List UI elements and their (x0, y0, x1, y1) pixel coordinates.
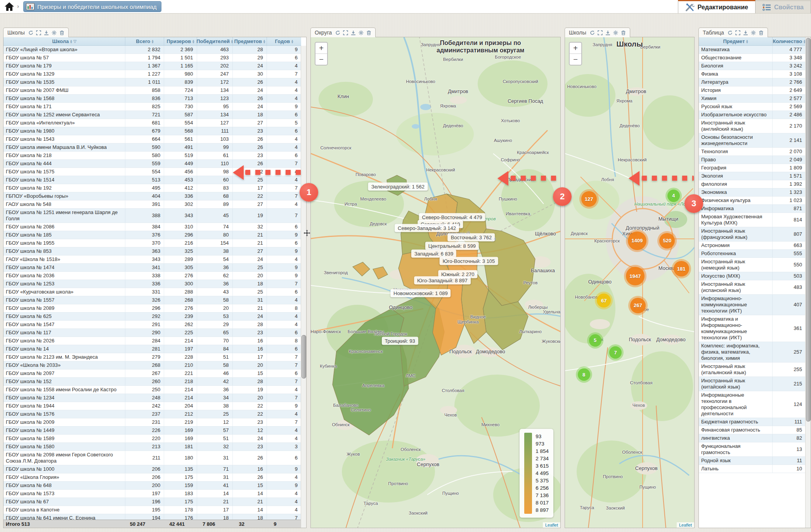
table-row[interactable]: Экология1 571 (699, 172, 806, 180)
download-icon[interactable] (605, 30, 610, 35)
table-row[interactable]: ГБОУ школа № 158922016951244 (3, 435, 301, 443)
table-row[interactable]: Информационные технологии в профессионал… (699, 391, 806, 418)
zoom-in-button[interactable]: + (315, 43, 327, 54)
cluster-marker[interactable]: 181 (672, 259, 691, 278)
refresh-icon[interactable] (590, 30, 595, 35)
table-row[interactable]: ГБОУ школа № 444559449110267 (3, 160, 301, 168)
column-header[interactable]: Количество▴▾ (773, 37, 806, 45)
expand-icon[interactable] (343, 30, 348, 35)
table-row[interactable]: ГБОУ школа № 203633827662209 (3, 272, 301, 280)
sort-icon[interactable]: ▴▾ (192, 40, 194, 43)
table-row[interactable]: ГБОУ школа № 21858051961236 (3, 152, 301, 160)
cluster-marker[interactable]: 267 (628, 296, 648, 315)
column-header[interactable]: Всего▴▾ (125, 37, 164, 45)
table-row[interactable]: Право2 049 (699, 156, 806, 164)
table-row[interactable]: Иностранный язык (английский язык)2 170 (699, 119, 806, 133)
sort-icon[interactable]: ▴▾ (291, 40, 293, 43)
table-row[interactable]: ГБОУ школа № 6719617521214 (3, 498, 301, 506)
table-row[interactable]: ГБОУ школа № 17182573095249 (3, 103, 301, 111)
expand-icon[interactable] (36, 30, 41, 35)
table-row[interactable]: ГБОУ школа № 19249541283177 (3, 184, 301, 192)
refresh-icon[interactable] (728, 30, 733, 35)
table-row[interactable]: ГБОУ школа № 18537629680219 (3, 231, 301, 239)
delete-icon[interactable] (59, 30, 64, 35)
table-row[interactable]: лингвистика82 (699, 434, 806, 442)
table-row[interactable]: ГБОУ школа № 15226021842287 (3, 378, 301, 386)
table-row[interactable]: Иностранный язык (китайский язык)215 (699, 377, 806, 391)
expand-icon[interactable] (735, 30, 740, 35)
table-row[interactable]: Математика4 777 (699, 46, 806, 54)
table-row[interactable]: Экономика1 323 (699, 188, 806, 197)
table-row[interactable]: Робототехника555 (699, 250, 806, 258)
cluster-marker[interactable]: 5 (587, 332, 603, 349)
download-icon[interactable] (44, 30, 49, 35)
table-row[interactable]: ГБОУ школа № 1955370216154216 (3, 239, 301, 247)
table-row[interactable]: Информационно-коммуникационные технологи… (699, 295, 806, 315)
column-header[interactable]: Школа▴▾▽ (3, 37, 125, 45)
leaflet-attribution[interactable]: Leaflet (677, 522, 694, 528)
table-row[interactable]: ГАОУ школа № 54839130289274 (3, 200, 301, 209)
table-row[interactable]: ГБОУ школа № 13291 227980247307 (3, 70, 301, 78)
table-row[interactable]: ГБОУ школа № 157623721225224 (3, 410, 301, 418)
refresh-icon[interactable] (28, 30, 33, 35)
sort-icon[interactable]: ▴▾ (263, 40, 265, 43)
table-row[interactable]: ГБОУ школа № 85336332538279 (3, 247, 301, 256)
table-row[interactable]: ГБОУ школа № 2098 имени Героя Советского… (3, 451, 301, 465)
column-header[interactable]: Победителей▴▾ (197, 37, 233, 45)
subjects-table-scrollbar[interactable] (805, 37, 811, 528)
settings-icon[interactable] (751, 30, 756, 35)
table-row[interactable]: ГБОУ школа № 1252 имени Сервантеса721587… (3, 111, 301, 119)
table-row[interactable]: ГБОУ школа № 208638431074326 (3, 223, 301, 231)
table-row[interactable]: ГБОУ школа № 64820015941159 (3, 482, 301, 490)
table-row[interactable]: ГБОУ школа № 1251 имени генерала Шарля д… (3, 209, 301, 223)
table-row[interactable]: Основы безопасности жизнедеятельности2 1… (699, 133, 806, 148)
delete-icon[interactable] (621, 30, 626, 35)
table-row[interactable]: Функциональная грамотность13 (699, 442, 806, 457)
delete-icon[interactable] (759, 30, 764, 35)
table-row[interactable]: ГБОУ школа № 151451345360254 (3, 176, 301, 184)
delete-icon[interactable] (366, 30, 371, 35)
table-row[interactable]: ГБОУ школа № 158021318132233 (3, 443, 301, 451)
table-row[interactable]: филология1 392 (699, 180, 806, 188)
table-row[interactable]: ГБОУ школа № 154729126229284 (3, 321, 301, 329)
table-row[interactable]: ГБОУ школа в Капотне19517817144 (3, 506, 301, 514)
table-row[interactable]: ГБОУ школа № 1558 имени Росалии де Кастр… (3, 386, 301, 394)
cluster-marker[interactable]: 520 (657, 231, 677, 250)
table-row[interactable]: История2 649 (699, 86, 806, 95)
tab-properties[interactable]: Свойства (756, 0, 811, 13)
table-row[interactable]: География1 809 (699, 164, 806, 172)
table-row[interactable]: Информатика871 (699, 205, 806, 213)
table-row[interactable]: ГБОУ школа № 200923121912237 (3, 418, 301, 427)
column-header[interactable]: Призеров▴▾ (164, 37, 197, 45)
table-row[interactable]: ГБОУ «Школа Глория»20617531264 (3, 473, 301, 482)
table-row[interactable]: ГБОУ школа «Интеллектуал»681554127275 (3, 119, 301, 127)
download-icon[interactable] (351, 30, 356, 35)
table-row[interactable]: Финансовая грамотность85 (699, 426, 806, 434)
table-row[interactable]: Физическая культура1 023 (699, 197, 806, 205)
zoom-out-button[interactable]: − (570, 54, 581, 65)
table-row[interactable]: Астрономия663 (699, 242, 806, 250)
table-row[interactable]: Изобразительное искусство2 486 (699, 111, 806, 119)
settings-icon[interactable] (359, 30, 364, 35)
sort-icon[interactable]: ▴▾ (152, 40, 153, 43)
zoom-in-button[interactable]: + (570, 43, 581, 54)
table-row[interactable]: ГАОУ «Школа № 1518»34328954244 (3, 256, 301, 264)
scrollbar-thumb[interactable] (806, 38, 811, 421)
table-row[interactable]: Технология2 070 (699, 148, 806, 156)
table-row[interactable]: ГБОУ школа имени Маршала В.И. Чуйкова590… (3, 143, 301, 152)
table-row[interactable]: ГБОУ школа № 641 имени С. Есенина1941761… (3, 514, 301, 520)
table-row[interactable]: ГБОУ школа № 155732626858314 (3, 296, 301, 304)
table-row[interactable]: ГБОУ школа № 571 7941 501293296 (3, 54, 301, 62)
table-row[interactable]: ГБОУ школа № 208929627620218 (3, 304, 301, 313)
table-row[interactable]: Литература2 766 (699, 78, 806, 86)
table-row[interactable]: ГБОУ школа № 125333630036187 (3, 280, 301, 288)
cluster-marker[interactable]: 4 (665, 188, 682, 204)
table-row[interactable]: Русский язык2 569 (699, 103, 806, 111)
settings-icon[interactable] (52, 30, 57, 35)
table-row[interactable]: ГБОУ школа № 147434130536259 (3, 264, 301, 272)
table-row[interactable]: ГБПОУ «Воробьевы горы»40433668227 (3, 192, 301, 200)
schools-map[interactable]: Школы + − ЗапрудняВербилкиНовосиньковоДм… (565, 37, 694, 528)
breadcrumb[interactable]: Призеры и победители школьных олимпиад (23, 1, 161, 12)
table-row[interactable]: ГБОУ «Школа № 2033»26821058207 (3, 361, 301, 370)
cluster-marker[interactable]: 7 (607, 344, 624, 361)
